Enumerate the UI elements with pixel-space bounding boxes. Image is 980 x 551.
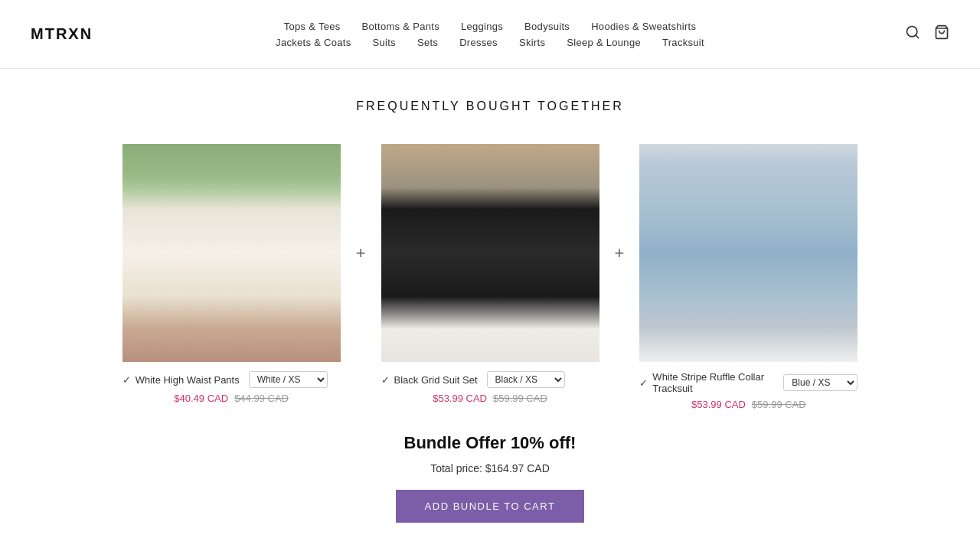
plus-sign-1: + xyxy=(345,243,377,263)
product-check-row-3: ✓ White Stripe Ruffle Collar Tracksuit B… xyxy=(639,371,858,394)
product-prices-1: $40.49 CAD $44.99 CAD xyxy=(122,393,341,404)
nav-item-sets[interactable]: Sets xyxy=(417,37,438,48)
nav-item-leggings[interactable]: Leggings xyxy=(461,21,503,32)
product-check-row-1: ✓ White High Waist Pants White / XS Whit… xyxy=(122,371,341,388)
main-content: FREQUENTLY BOUGHT TOGETHER ✓ White High … xyxy=(0,69,980,551)
product-image-2[interactable] xyxy=(381,144,599,362)
product-variant-select-1[interactable]: White / XS White / S White / M White / L xyxy=(249,371,328,388)
header-actions xyxy=(905,24,949,44)
total-price-value: $164.97 CAD xyxy=(485,462,550,474)
search-icon[interactable] xyxy=(905,24,920,44)
nav-item-dresses[interactable]: Dresses xyxy=(459,37,498,48)
price-sale-1: $40.49 CAD xyxy=(174,393,228,404)
product-image-3[interactable] xyxy=(639,144,858,362)
nav-item-bodysuits[interactable]: Bodysuits xyxy=(524,21,570,32)
product-image-1[interactable] xyxy=(122,144,341,362)
section-title: FREQUENTLY BOUGHT TOGETHER xyxy=(15,99,965,113)
total-price-row: Total price: $164.97 CAD xyxy=(15,462,965,474)
nav-item-tracksuit[interactable]: Tracksuit xyxy=(662,37,704,48)
checkmark-icon-2: ✓ xyxy=(381,374,390,386)
product-info-3: ✓ White Stripe Ruffle Collar Tracksuit B… xyxy=(639,371,858,410)
price-sale-3: $53.99 CAD xyxy=(691,399,746,410)
total-price-label: Total price: xyxy=(430,462,482,474)
nav-item-tops-tees[interactable]: Tops & Tees xyxy=(284,21,341,32)
brand-logo[interactable]: MTRXN xyxy=(31,25,93,43)
nav-row-1: Tops & Tees Bottoms & Pants Leggings Bod… xyxy=(276,21,704,32)
nav-item-jackets-coats[interactable]: Jackets & Coats xyxy=(276,37,351,48)
price-original-1: $44.99 CAD xyxy=(234,393,289,404)
bundle-section: Bundle Offer 10% off! Total price: $164.… xyxy=(15,433,965,523)
add-bundle-button[interactable]: ADD BUNDLE TO CART xyxy=(396,490,585,523)
product-item-3: ✓ White Stripe Ruffle Collar Tracksuit B… xyxy=(635,144,861,410)
plus-sign-2: + xyxy=(603,243,636,263)
bundle-title: Bundle Offer 10% off! xyxy=(15,433,965,453)
checkmark-icon-3: ✓ xyxy=(639,377,648,389)
product-name-3: White Stripe Ruffle Collar Tracksuit xyxy=(652,371,774,394)
nav-item-bottoms-pants[interactable]: Bottoms & Pants xyxy=(362,21,439,32)
product-item-1: ✓ White High Waist Pants White / XS Whit… xyxy=(119,144,345,404)
svg-line-1 xyxy=(916,35,919,38)
nav-item-suits[interactable]: Suits xyxy=(373,37,396,48)
main-nav: Tops & Tees Bottoms & Pants Leggings Bod… xyxy=(276,21,704,48)
product-name-2: Black Grid Suit Set xyxy=(394,374,478,386)
price-original-3: $59.99 CAD xyxy=(752,399,806,410)
price-original-2: $59.99 CAD xyxy=(493,393,547,404)
products-row: ✓ White High Waist Pants White / XS Whit… xyxy=(15,144,965,410)
product-variant-select-3[interactable]: Blue / XS Blue / S Blue / M Blue / L xyxy=(783,374,858,391)
product-prices-2: $53.99 CAD $59.99 CAD xyxy=(381,393,599,404)
header: MTRXN Tops & Tees Bottoms & Pants Leggin… xyxy=(0,0,980,69)
product-name-1: White High Waist Pants xyxy=(136,374,240,386)
price-sale-2: $53.99 CAD xyxy=(433,393,487,404)
product-item-2: ✓ Black Grid Suit Set Black / XS Black /… xyxy=(377,144,603,404)
nav-item-hoodies-sweatshirts[interactable]: Hoodies & Sweatshirts xyxy=(591,21,696,32)
nav-item-skirts[interactable]: Skirts xyxy=(519,37,545,48)
nav-item-sleep-lounge[interactable]: Sleep & Lounge xyxy=(567,37,641,48)
cart-icon[interactable] xyxy=(934,24,949,44)
checkmark-icon-1: ✓ xyxy=(122,374,131,386)
product-variant-select-2[interactable]: Black / XS Black / S Black / M Black / L xyxy=(487,371,565,388)
product-check-row-2: ✓ Black Grid Suit Set Black / XS Black /… xyxy=(381,371,599,388)
nav-row-2: Jackets & Coats Suits Sets Dresses Skirt… xyxy=(276,37,704,48)
product-prices-3: $53.99 CAD $59.99 CAD xyxy=(639,399,858,410)
product-info-1: ✓ White High Waist Pants White / XS Whit… xyxy=(122,371,341,404)
product-info-2: ✓ Black Grid Suit Set Black / XS Black /… xyxy=(381,371,599,404)
